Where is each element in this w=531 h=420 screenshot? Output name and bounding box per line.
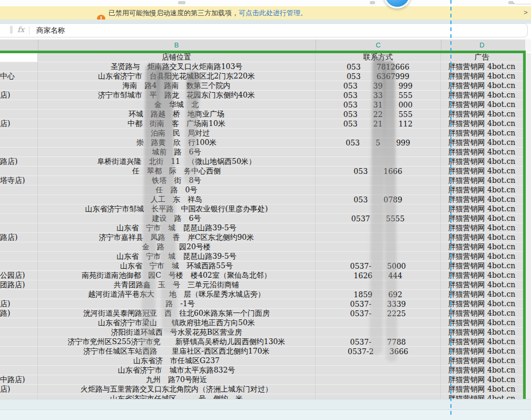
cell-a[interactable] bbox=[0, 347, 38, 356]
cell-c[interactable] bbox=[316, 394, 441, 399]
cell-a[interactable] bbox=[0, 242, 38, 252]
cell-d[interactable]: 胖猫营销网 4bot.cn bbox=[441, 261, 523, 271]
cell-d[interactable]: 胖猫营销网 4bot.cn bbox=[441, 167, 523, 176]
cell-b[interactable]: 中都 街南 客 广场南10米 bbox=[38, 119, 316, 129]
cell-b[interactable]: 南苑街道南池御都 园C 号楼 楼402室（聚仙岛北邻） bbox=[38, 271, 316, 280]
cell-d[interactable]: 胖猫营销网 4bot.cn bbox=[441, 72, 523, 81]
cell-a[interactable] bbox=[0, 223, 38, 233]
cell-d[interactable]: 胖猫营销网 4bot.cn bbox=[441, 223, 523, 233]
cell-a[interactable]: 店) bbox=[0, 91, 38, 100]
cell-b[interactable]: 金 华城 北 bbox=[38, 100, 316, 110]
cell-a[interactable] bbox=[0, 290, 38, 299]
cell-d[interactable]: 胖猫营销网 4bot.cn bbox=[441, 280, 523, 290]
cell-d[interactable]: 胖猫营销网 4bot.cn bbox=[441, 157, 523, 167]
cell-d[interactable]: 胖猫营销网 4bot.cn bbox=[441, 242, 523, 252]
cell-b[interactable]: 崇 路黄 欣 行100米 bbox=[38, 138, 316, 148]
cell-b[interactable]: 济宁市邹城市 平 路龙 花园东门东侧约40米 bbox=[38, 91, 316, 100]
cell-a[interactable] bbox=[0, 62, 38, 72]
cell-c[interactable] bbox=[316, 366, 441, 375]
cell-d[interactable]: 胖猫营销网 4bot.cn bbox=[441, 138, 523, 148]
cell-a[interactable] bbox=[0, 110, 38, 119]
cell-b[interactable]: 铁塔 街 8号 bbox=[38, 176, 316, 185]
cell-a[interactable] bbox=[0, 100, 38, 110]
cell-d[interactable]: 胖猫营销网 4bot.cn bbox=[441, 347, 523, 356]
cell-a[interactable] bbox=[0, 261, 38, 271]
cell-a[interactable] bbox=[0, 366, 38, 375]
cell-b[interactable]: 建设 路 6号 bbox=[38, 214, 316, 223]
cell-a[interactable] bbox=[0, 394, 38, 399]
cell-d[interactable]: 胖猫营销网 4bot.cn bbox=[441, 110, 523, 119]
cell-d[interactable]: 胖猫营销网 4bot.cn bbox=[441, 309, 523, 318]
cell-a[interactable] bbox=[0, 185, 38, 195]
cell-d[interactable]: 胖猫营销网 4bot.cn bbox=[441, 290, 523, 299]
cell-d[interactable]: 胖猫营销网 4bot.cn bbox=[441, 299, 523, 309]
cell-d[interactable]: 胖猫营销网 4bot.cn bbox=[441, 366, 523, 375]
cell-a[interactable]: 中路店) bbox=[0, 375, 38, 385]
cell-a[interactable] bbox=[0, 328, 38, 337]
cell-a[interactable]: 路) bbox=[0, 309, 38, 318]
cell-b[interactable]: 火炬路与五里营路交叉口东北角院内（济洲上城东门对过） bbox=[38, 385, 316, 394]
cell-d[interactable]: 胖猫营销网 4bot.cn bbox=[441, 394, 523, 399]
header-cell-ad[interactable]: 广告 bbox=[441, 53, 523, 62]
cell-a[interactable] bbox=[0, 356, 38, 366]
cell-d[interactable]: 胖猫营销网 4bot.cn bbox=[441, 328, 523, 337]
cell-b[interactable]: 海南 路4 路南 数第三个院内 bbox=[38, 81, 316, 91]
cell-d[interactable]: 胖猫营销网 4bot.cn bbox=[441, 252, 523, 261]
cell-d[interactable]: 胖猫营销网 4bot.cn bbox=[441, 318, 523, 328]
cell-b[interactable]: 山东省济宁市 城市太平东路832号 bbox=[38, 366, 316, 375]
cell-b[interactable]: 九州 路70号附近 bbox=[38, 375, 316, 385]
cell-b[interactable]: 任 路 0号 bbox=[38, 185, 316, 195]
cell-c[interactable] bbox=[316, 356, 441, 366]
cell-a[interactable]: 公园店) bbox=[0, 271, 38, 280]
cell-b[interactable]: 济宁市任城区车站西路 里庙社区-西区西北侧约170米 bbox=[38, 347, 316, 356]
cell-b[interactable]: 山东省济宁市 台县阳光花城B区北2门东220米 bbox=[38, 72, 316, 81]
cell-b[interactable]: 济宁市嘉祥县 凤路 香 岸C区东北侧约90米 bbox=[38, 233, 316, 242]
cell-d[interactable]: 胖猫营销网 4bot.cn bbox=[441, 337, 523, 347]
column-header-d[interactable]: D bbox=[471, 41, 493, 49]
formula-bar-value[interactable]: 商家名称 bbox=[36, 26, 65, 35]
cell-a[interactable] bbox=[0, 148, 38, 157]
cell-d[interactable]: 胖猫营销网 4bot.cn bbox=[441, 195, 523, 204]
header-cell-location[interactable]: 店铺位置 bbox=[38, 53, 316, 62]
cell-a[interactable]: 店) bbox=[0, 385, 38, 394]
cell-a[interactable] bbox=[0, 214, 38, 223]
cell-d[interactable]: 胖猫营销网 4bot.cn bbox=[441, 129, 523, 138]
cell-d[interactable]: 胖猫营销网 4bot.cn bbox=[441, 233, 523, 242]
banner-manage-link[interactable]: 可点击此处进行管理。 bbox=[239, 9, 307, 17]
cell-b[interactable]: 山东省济宁市任城区 号 侧约 米 bbox=[38, 394, 316, 399]
cell-d[interactable]: 胖猫营销网 4bot.cn bbox=[441, 185, 523, 195]
cell-b[interactable]: 济宁市兖州区S255济宁市兖 新驿镇高吴桥幼儿园西侧约130米 bbox=[38, 337, 316, 347]
cell-d[interactable]: 胖猫营销网 4bot.cn bbox=[441, 204, 523, 214]
cell-a[interactable] bbox=[0, 252, 38, 261]
cell-a[interactable]: 店) bbox=[0, 299, 38, 309]
column-header-c[interactable]: C bbox=[368, 41, 389, 49]
cell-d[interactable]: 胖猫营销网 4bot.cn bbox=[441, 81, 523, 91]
cell-b[interactable]: 山东省 宁市 城 琵琶山路39-5号 bbox=[38, 223, 316, 233]
cell-b[interactable]: 人工 东 祥岛 bbox=[38, 195, 316, 204]
cell-a[interactable] bbox=[0, 318, 38, 328]
cell-b[interactable]: 阜桥街道兴隆 北街 11 （微山地锅西50米） bbox=[38, 157, 316, 167]
cell-d[interactable]: 胖猫营销网 4bot.cn bbox=[441, 91, 523, 100]
cell-d[interactable]: 胖猫营销网 4bot.cn bbox=[441, 385, 523, 394]
cell-a[interactable]: 塔寺店) bbox=[0, 176, 38, 185]
cell-a[interactable] bbox=[0, 167, 38, 176]
cell-a[interactable] bbox=[0, 138, 38, 148]
cell-d[interactable]: 胖猫营销网 4bot.cn bbox=[441, 375, 523, 385]
cell-a[interactable]: 中心 bbox=[0, 72, 38, 81]
cell-d[interactable]: 胖猫营销网 4bot.cn bbox=[441, 214, 523, 223]
cell-b[interactable]: 圣贤路与 炬南路交叉口火炬南路103号 bbox=[38, 62, 316, 72]
cell-d[interactable]: 胖猫营销网 4bot.cn bbox=[441, 148, 523, 157]
cell-b[interactable]: 山东省 宁市 城 琵琶山路39-5号 bbox=[38, 252, 316, 261]
cell-a[interactable] bbox=[0, 195, 38, 204]
cell-d[interactable]: 胖猫营销网 4bot.cn bbox=[441, 62, 523, 72]
cell-d[interactable]: 胖猫营销网 4bot.cn bbox=[441, 271, 523, 280]
cell-c[interactable] bbox=[316, 375, 441, 385]
cell-d[interactable]: 胖猫营销网 4bot.cn bbox=[441, 100, 523, 110]
cell-a[interactable]: 店) bbox=[0, 119, 38, 129]
cell-a[interactable]: 路店) bbox=[0, 157, 38, 167]
cell-d[interactable]: 胖猫营销网 4bot.cn bbox=[441, 176, 523, 185]
cell-a[interactable] bbox=[0, 204, 38, 214]
cell-d[interactable]: 胖猫营销网 4bot.cn bbox=[441, 356, 523, 366]
cell-a[interactable] bbox=[0, 81, 38, 91]
cell-a[interactable] bbox=[0, 337, 38, 347]
